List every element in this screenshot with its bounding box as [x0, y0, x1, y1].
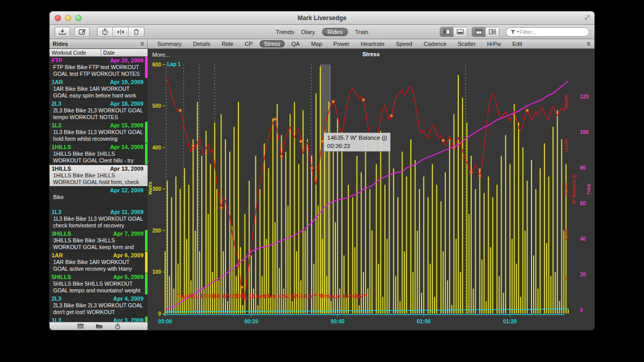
chart-tab-qa[interactable]: QA	[287, 40, 304, 47]
svg-text:0: 0	[158, 311, 161, 317]
download-button[interactable]	[55, 27, 70, 37]
ride-description: FTP Bike Bike FTP test WORKOUT GOAL test…	[52, 64, 143, 77]
filter-funnel-icon	[510, 29, 520, 35]
ride-date: Apr 15, 2009	[110, 122, 143, 129]
ride-row[interactable]: 1HILLSApr 13, 20091HILLS Bike Bike 1HILL…	[50, 165, 148, 187]
chart-tab-cp[interactable]: CP	[240, 40, 257, 47]
zoom-window-button[interactable]	[75, 15, 82, 21]
view-tab-trends[interactable]: Trends	[276, 29, 294, 35]
ride-row[interactable]: 2L3Apr 4, 20092L3 Bike Bike 2L3 WORKOUT …	[50, 295, 148, 317]
workout-code: 2L3	[52, 295, 61, 302]
ride-description: 2L3 Bike Bike 2L3 WORKOUT GOAL tempo WOR…	[52, 107, 143, 121]
window-title: Mark Liversedge	[298, 14, 347, 22]
svg-text:100: 100	[152, 269, 161, 275]
ride-row[interactable]: 1L3Apr 3, 2009	[50, 317, 148, 322]
chart-tab-speed[interactable]: Speed	[391, 40, 417, 47]
split-ride-button[interactable]	[113, 27, 128, 37]
sidebar-header: Rides ≡	[50, 39, 148, 48]
chart-tab-map[interactable]: Map	[307, 40, 327, 47]
ride-row[interactable]: 2L3Apr 18, 20092L3 Bike Bike 2L3 WORKOUT…	[50, 100, 148, 122]
ride-description: 2L3 Bike Bike 2L3 WORKOUT GOAL don't get…	[52, 302, 143, 316]
close-window-button[interactable]	[55, 15, 61, 21]
chart-tab-hrpw[interactable]: HrPw	[482, 40, 506, 47]
svg-text:20: 20	[580, 272, 586, 277]
ride-date: Apr 18, 2009	[110, 101, 143, 107]
chart-tab-stress[interactable]: Stress	[260, 40, 285, 47]
ride-row[interactable]: FTPApr 20, 2009FTP Bike Bike FTP test WO…	[50, 57, 148, 78]
main-toolbar: TrendsDiaryRidesTrain	[50, 25, 594, 39]
chart-menu-icon[interactable]: ≡	[583, 40, 594, 47]
svg-text:01:00: 01:00	[417, 318, 431, 324]
split-arrows-icon	[117, 29, 124, 35]
svg-text:40: 40	[580, 236, 586, 242]
workout-code: 1AR	[52, 252, 63, 259]
ride-row[interactable]: 5HILLSApr 5, 20095HILLS Bike 5HILLS WORK…	[50, 273, 148, 295]
chart-tab-cadence[interactable]: Cadence	[419, 40, 451, 47]
ride-row[interactable]: 1ARApr 19, 20091AR Bike Bike 1AR WORKOUT…	[50, 78, 148, 100]
ride-description: 1L3 Bike Bike 1L3 WORKOUT GOAL check for…	[52, 216, 143, 229]
ride-row[interactable]: Apr 12, 2009Bike	[50, 187, 148, 208]
workout-code: FTP	[52, 57, 62, 64]
ride-date: Apr 11, 2009	[110, 209, 143, 216]
view-tab-diary[interactable]: Diary	[301, 29, 315, 35]
ride-description: 1AR Bike Bike 1AR WORKOUT GOAL active re…	[52, 259, 143, 272]
filter-input[interactable]	[520, 29, 585, 35]
svg-text:80: 80	[580, 165, 586, 171]
tiled-view-button[interactable]	[486, 27, 499, 37]
stress-chart[interactable]: 0100200300400500600Watts05,00010,00015,0…	[148, 49, 594, 330]
chart-tab-details[interactable]: Details	[188, 40, 215, 47]
ride-row[interactable]: 1L3Apr 15, 20091L3 Bike Bike 1L3 WORKOUT…	[50, 122, 148, 143]
svg-text:10,000: 10,000	[564, 183, 569, 198]
ride-date: Apr 12, 2009	[110, 187, 143, 194]
column-workout-code[interactable]: Workout Code	[50, 49, 101, 56]
compose-icon	[78, 28, 86, 35]
minimize-window-button[interactable]	[65, 15, 71, 21]
app-window: Mark Liversedge TrendsDiaryRidesTrain	[50, 11, 594, 330]
power-series	[165, 67, 568, 314]
chart-tab-power[interactable]: Power	[329, 40, 354, 47]
compose-button[interactable]	[74, 27, 90, 37]
sidebar-left-icon	[443, 29, 450, 35]
folder-icon[interactable]	[95, 323, 103, 329]
ride-description: 1HILLS Bike Bike 1HILLS WORKOUT GOAL Cle…	[52, 151, 143, 164]
delete-ride-button[interactable]	[128, 27, 144, 37]
interval-stopwatch-icon[interactable]	[115, 323, 121, 330]
traffic-lights	[55, 15, 82, 21]
svg-text:20,000: 20,000	[564, 94, 569, 109]
chart-tab-summary[interactable]: Summary	[153, 40, 186, 47]
ride-row[interactable]: 1L3Apr 11, 20091L3 Bike Bike 1L3 WORKOUT…	[50, 208, 148, 230]
ride-row[interactable]: 1HILLSApr 14, 20091HILLS Bike Bike 1HILL…	[50, 143, 148, 165]
ride-description: 1AR Bike Bike 1AR WORKOUT GOAL easy spim…	[52, 86, 143, 99]
ride-row[interactable]: 1ARApr 6, 20091AR Bike Bike 1AR WORKOUT …	[50, 252, 148, 273]
tiled-windows-icon	[489, 29, 496, 35]
chart-tab-scatter[interactable]: Scatter	[453, 40, 480, 47]
ride-date: Apr 7, 2009	[113, 231, 143, 237]
svg-text:5,000: 5,000	[564, 228, 569, 240]
workout-code: 2L3	[52, 101, 61, 107]
view-tab-rides[interactable]: Rides	[323, 28, 348, 36]
workout-code: 1AR	[52, 79, 63, 86]
fullscreen-icon[interactable]	[584, 14, 590, 21]
calendar-icon[interactable]	[77, 323, 84, 329]
trash-icon	[133, 28, 139, 35]
view-tab-train[interactable]: Train	[355, 29, 368, 35]
view-mode-tabs: TrendsDiaryRidesTrain	[276, 28, 368, 36]
toggle-sidebar-button[interactable]	[440, 27, 454, 37]
ride-description: 3HILLS Bike Bike 3HILLS WORKOUT GOAL kee…	[52, 237, 143, 251]
workout-code: 1L3	[52, 122, 61, 129]
list-column-header: Workout Code Date	[50, 49, 148, 57]
svg-text:300: 300	[152, 186, 161, 192]
svg-text:200: 200	[152, 228, 161, 234]
chart-tab-ride[interactable]: Ride	[217, 40, 238, 47]
toggle-bottombar-button[interactable]	[454, 27, 467, 37]
layout-toggle-group	[472, 27, 500, 37]
single-view-button[interactable]	[472, 27, 486, 37]
ride-row[interactable]: 3HILLSApr 7, 20093HILLS Bike Bike 3HILLS…	[50, 230, 148, 252]
sidebar-menu-icon[interactable]: ≡	[140, 40, 144, 47]
column-date[interactable]: Date	[101, 49, 148, 56]
intervals-button[interactable]	[98, 27, 113, 37]
chart-tab-edit[interactable]: Edit	[508, 40, 527, 47]
workout-code: 1L3	[52, 209, 61, 216]
filter-field[interactable]	[506, 27, 589, 37]
chart-tab-heartrate[interactable]: Heartrate	[356, 40, 389, 47]
